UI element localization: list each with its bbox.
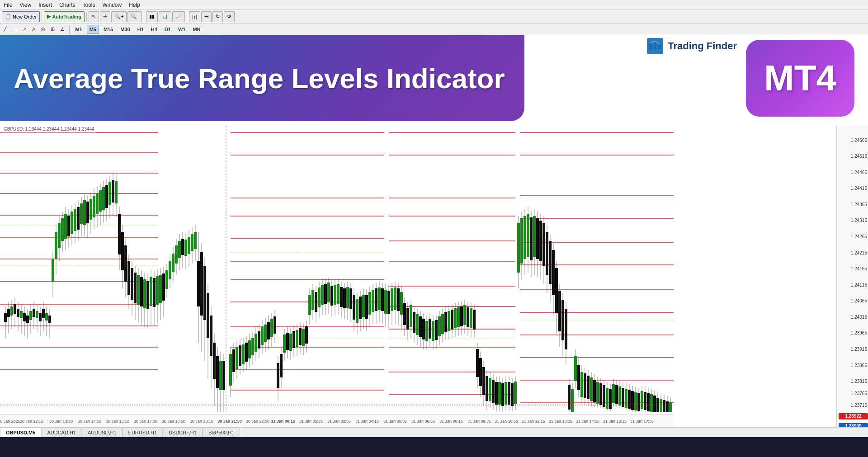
crosshair-button[interactable]: ✛ — [100, 11, 110, 22]
tf-w1[interactable]: W1 — [175, 25, 189, 34]
svg-rect-150 — [140, 277, 143, 306]
price-1: 1.24665 — [851, 138, 867, 143]
svg-rect-294 — [372, 290, 374, 312]
tab-usdchf-h1[interactable]: USDCHF,H1 — [163, 428, 203, 437]
svg-rect-158 — [153, 278, 156, 307]
current-price-red-badge: 1.23922 — [839, 413, 868, 419]
tf-mn[interactable]: MN — [190, 25, 203, 34]
new-order-button[interactable]: 📋 New Order — [2, 11, 40, 22]
svg-rect-286 — [359, 297, 362, 319]
tab-gbpusd-m5[interactable]: GBPUSD,M5 — [0, 428, 41, 437]
bar-chart-button[interactable]: ▮▮ — [146, 11, 158, 22]
menu-view[interactable]: View — [19, 2, 31, 8]
tf-h1[interactable]: H1 — [135, 25, 146, 34]
svg-rect-422 — [574, 356, 577, 381]
menu-charts[interactable]: Charts — [59, 2, 75, 8]
ellipse-tool-button[interactable]: ◎ — [39, 25, 47, 34]
svg-rect-278 — [346, 287, 349, 308]
svg-rect-348 — [457, 307, 460, 327]
svg-rect-214 — [245, 343, 248, 362]
svg-rect-114 — [83, 200, 86, 225]
time-label-2: 30 Jan 13:30 — [49, 419, 73, 424]
svg-rect-482 — [669, 402, 672, 412]
time-label-12: 31 Jan 02:55 — [327, 419, 351, 424]
tab-audcad-h1[interactable]: AUDCAD,H1 — [41, 428, 82, 437]
svg-rect-478 — [663, 400, 665, 412]
zoom-out-button[interactable]: 🔍- — [127, 11, 142, 22]
tf-h4[interactable]: H4 — [148, 25, 160, 34]
svg-rect-186 — [197, 261, 200, 306]
price-11: 1.24065 — [851, 298, 867, 303]
tf-m5[interactable]: M5 — [87, 25, 99, 34]
chart-main-area[interactable] — [0, 126, 674, 412]
zoom-in-button[interactable]: 🔍+ — [111, 11, 127, 22]
svg-rect-376 — [501, 383, 504, 406]
svg-rect-152 — [143, 279, 146, 308]
scroll-end-button[interactable]: ⇥ — [201, 11, 212, 22]
svg-rect-456 — [628, 390, 631, 409]
line-chart-button[interactable]: 📈 — [172, 11, 185, 22]
refresh-button[interactable]: ↻ — [212, 11, 223, 22]
autotrading-button[interactable]: ▶ AutoTrading — [44, 11, 85, 22]
trendline-button[interactable]: ↗ — [21, 25, 28, 34]
arrow-tool-button[interactable]: ↖ — [89, 11, 99, 22]
svg-rect-84 — [36, 311, 38, 318]
svg-rect-140 — [124, 245, 127, 282]
svg-rect-386 — [517, 223, 520, 273]
svg-rect-68 — [10, 306, 13, 316]
svg-rect-370 — [492, 380, 495, 403]
hline-tool-button[interactable]: — — [10, 25, 19, 34]
svg-rect-404 — [546, 232, 548, 275]
tf-m15[interactable]: M15 — [101, 25, 116, 34]
text-tool-button[interactable]: A — [30, 25, 37, 34]
settings-button[interactable]: ⚙ — [224, 11, 235, 22]
trading-finder-label: Trading Finder — [668, 40, 737, 52]
period-sep-button[interactable]: |↕| — [189, 11, 200, 22]
svg-rect-222 — [258, 331, 260, 349]
menu-window[interactable]: Window — [103, 2, 122, 8]
price-16: 1.23815 — [851, 379, 867, 384]
svg-rect-74 — [20, 311, 23, 318]
svg-rect-326 — [422, 319, 425, 339]
text-tool-icon: A — [32, 27, 35, 32]
svg-rect-92 — [48, 316, 51, 323]
svg-rect-244 — [292, 331, 295, 348]
svg-rect-196 — [213, 343, 216, 379]
fib-button[interactable]: ⊞ — [49, 25, 57, 34]
svg-rect-440 — [603, 385, 605, 407]
svg-rect-304 — [387, 291, 390, 314]
svg-rect-464 — [641, 391, 643, 409]
tf-m1[interactable]: M1 — [72, 25, 85, 34]
svg-rect-408 — [552, 250, 555, 295]
menu-insert[interactable]: Insert — [38, 2, 52, 8]
svg-rect-356 — [470, 308, 472, 328]
menu-file[interactable]: File — [4, 2, 12, 8]
svg-rect-240 — [286, 333, 289, 350]
menu-tools[interactable]: Tools — [83, 2, 95, 8]
svg-rect-250 — [302, 329, 305, 346]
line-tool-button[interactable]: ╱ — [2, 25, 9, 34]
svg-rect-472 — [653, 396, 656, 412]
svg-rect-124 — [99, 190, 102, 212]
time-label-13: 31 Jan 04:15 — [355, 419, 379, 424]
svg-rect-64 — [4, 313, 7, 322]
menu-help[interactable]: Help — [129, 2, 140, 8]
tf-m30[interactable]: M30 — [118, 25, 132, 34]
svg-rect-80 — [29, 311, 32, 320]
svg-rect-66 — [7, 309, 10, 317]
tab-audusd-h1[interactable]: AUDUSD,H1 — [82, 428, 123, 437]
time-axis: 30 Jan 2025 30 Jan 12:10 30 Jan 13:30 30… — [0, 415, 674, 427]
tab-eurusd-h1[interactable]: EURUSD,H1 — [123, 428, 163, 437]
time-label-20: 31 Jan 13:35 — [549, 419, 572, 424]
candlestick-button[interactable]: 📊 — [159, 11, 171, 22]
svg-rect-180 — [188, 237, 190, 254]
scroll-end-icon: ⇥ — [204, 14, 208, 19]
tf-d1[interactable]: D1 — [162, 25, 174, 34]
chart-tabs: GBPUSD,M5 AUDCAD,H1 AUDUSD,H1 EURUSD,H1 … — [0, 427, 868, 437]
svg-rect-420 — [571, 389, 574, 412]
angle-button[interactable]: ∠ — [58, 25, 66, 34]
svg-rect-458 — [631, 391, 634, 410]
tab-sp500-h1[interactable]: S&P500,H1 — [203, 428, 240, 437]
svg-rect-354 — [467, 307, 469, 327]
chart-banner: Average True Range Levels Indicator MT4 — [0, 35, 868, 126]
